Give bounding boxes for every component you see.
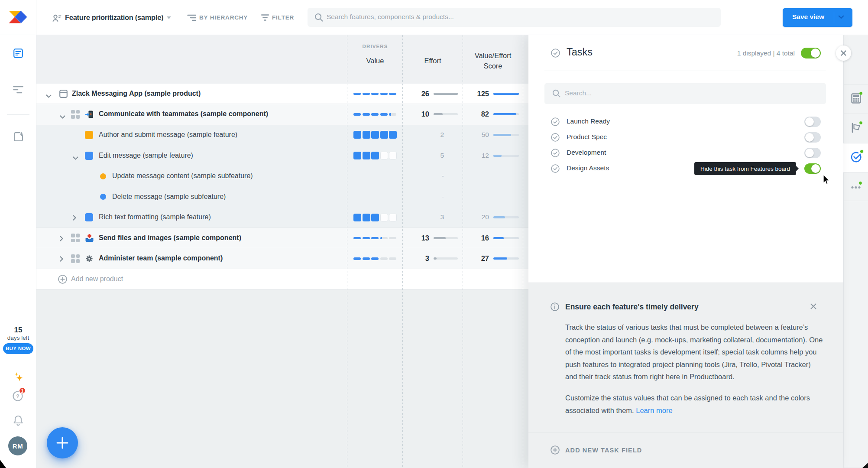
- drag-handle[interactable]: [71, 234, 80, 242]
- learn-more-link[interactable]: Learn more: [636, 406, 672, 414]
- row-label[interactable]: Update message content (sample subfeatur…: [112, 172, 253, 180]
- effort-value[interactable]: 5: [409, 152, 444, 159]
- task-toggle[interactable]: [804, 132, 821, 143]
- panel-close-button[interactable]: [836, 46, 851, 61]
- sidebar-item-features[interactable]: [0, 49, 36, 58]
- notification-dot: [859, 121, 863, 125]
- info-paragraph-2-text: Customize the status values that can be …: [565, 394, 810, 414]
- help-button[interactable]: ? 1: [0, 390, 36, 403]
- table-row-feature[interactable]: Edit message (sample feature)512: [36, 145, 528, 166]
- global-search-input[interactable]: Search features, components & products..…: [308, 8, 721, 27]
- search-placeholder: Search features, components & products..…: [327, 13, 454, 21]
- tab-score-columns[interactable]: [843, 84, 868, 114]
- tab-more[interactable]: [843, 172, 868, 201]
- effort-value[interactable]: -: [409, 193, 444, 201]
- task-toggle[interactable]: [804, 148, 821, 158]
- save-view-caret-icon[interactable]: [838, 15, 844, 19]
- table-row-component[interactable]: Communicate with teammates (sample compo…: [36, 104, 528, 125]
- by-hierarchy-button[interactable]: BY HIERARCHY: [199, 14, 248, 21]
- sidebar-item-insights[interactable]: [0, 131, 36, 142]
- row-label[interactable]: Zlack Messaging App (sample product): [72, 90, 201, 98]
- add-new-product-row[interactable]: Add new product: [36, 269, 528, 290]
- tasks-search-input[interactable]: Search...: [544, 83, 826, 104]
- notification-dot: [858, 181, 862, 185]
- filter-icon: [261, 14, 269, 21]
- chevron-right-icon[interactable]: [60, 256, 63, 262]
- effort-value[interactable]: 3: [409, 213, 444, 221]
- close-icon: [840, 50, 847, 56]
- drag-handle[interactable]: [71, 254, 80, 263]
- task-label[interactable]: Development: [567, 149, 606, 156]
- effort-value[interactable]: -: [409, 172, 444, 180]
- score-value[interactable]: 27: [454, 254, 489, 263]
- row-label[interactable]: Delete message (sample subfeature): [112, 193, 226, 201]
- avatar[interactable]: RM: [8, 436, 27, 455]
- column-header-value[interactable]: Value: [347, 55, 403, 66]
- task-check-icon: [551, 133, 560, 142]
- view-title[interactable]: Feature prioritization (sample): [65, 13, 163, 22]
- task-label[interactable]: Launch Ready: [567, 117, 610, 125]
- add-new-task-field-button[interactable]: ADD NEW TASK FIELD: [565, 447, 642, 454]
- value-driver-cell[interactable]: [353, 257, 396, 260]
- effort-value[interactable]: 26: [395, 90, 429, 98]
- table-row-product[interactable]: Zlack Messaging App (sample product)2612…: [36, 84, 528, 104]
- sidebar-item-roadmap[interactable]: [0, 86, 36, 94]
- info-paragraph-2: Customize the status values that can be …: [565, 392, 823, 416]
- score-value[interactable]: 20: [454, 213, 489, 221]
- chevron-down-icon[interactable]: [60, 115, 65, 119]
- table-row-feature[interactable]: Rich text formatting (sample feature)320: [36, 207, 528, 228]
- value-driver-cell[interactable]: [353, 152, 397, 159]
- chevron-down-icon[interactable]: [73, 156, 78, 160]
- score-value[interactable]: 125: [454, 90, 489, 98]
- table-row-component[interactable]: Administer team (sample component)327: [36, 248, 528, 269]
- features-board: DRIVERS Value Effort Value/EffortScore Z…: [36, 35, 528, 468]
- task-row: Development: [528, 145, 843, 161]
- info-close-icon[interactable]: [810, 303, 817, 310]
- task-toggle[interactable]: [804, 117, 821, 127]
- column-header-score[interactable]: Value/EffortScore: [463, 50, 523, 71]
- chevron-right-icon[interactable]: [60, 236, 63, 241]
- effort-value[interactable]: 13: [395, 234, 429, 242]
- task-toggle[interactable]: [804, 163, 821, 174]
- value-driver-cell[interactable]: [353, 113, 396, 116]
- view-title-caret-icon[interactable]: [167, 16, 171, 19]
- tab-tasks[interactable]: [843, 143, 868, 172]
- drag-handle[interactable]: [71, 110, 80, 119]
- table-row-component[interactable]: Send files and images (sample component)…: [36, 228, 528, 249]
- score-value[interactable]: 82: [454, 110, 489, 118]
- score-value[interactable]: 50: [454, 131, 489, 139]
- column-header-effort[interactable]: Effort: [403, 55, 463, 66]
- effort-value[interactable]: 2: [409, 131, 444, 139]
- task-label[interactable]: Design Assets: [567, 164, 609, 172]
- row-label[interactable]: Author and submit message (sample featur…: [99, 131, 237, 139]
- value-driver-cell[interactable]: [353, 131, 397, 139]
- info-card-title: Ensure each feature's timely delivery: [565, 302, 699, 312]
- chevron-down-icon[interactable]: [46, 94, 52, 98]
- value-driver-cell[interactable]: [353, 93, 396, 95]
- task-label[interactable]: Product Spec: [567, 133, 607, 141]
- effort-value[interactable]: 10: [395, 110, 429, 118]
- chevron-right-icon[interactable]: [73, 215, 76, 221]
- row-label[interactable]: Communicate with teammates (sample compo…: [99, 110, 268, 118]
- notifications-button[interactable]: [0, 415, 36, 426]
- value-driver-cell[interactable]: [353, 214, 397, 221]
- table-row-feature[interactable]: Author and submit message (sample featur…: [36, 125, 528, 146]
- value-driver-cell[interactable]: [353, 237, 396, 240]
- table-row-subfeature[interactable]: Update message content (sample subfeatur…: [36, 166, 528, 187]
- table-row-subfeature[interactable]: Delete message (sample subfeature)-: [36, 186, 528, 207]
- add-button[interactable]: [47, 427, 78, 458]
- tasks-master-toggle[interactable]: [801, 48, 821, 58]
- whats-new-button[interactable]: [0, 371, 36, 382]
- save-view-button[interactable]: Save view: [783, 8, 852, 27]
- tab-releases[interactable]: [843, 114, 868, 143]
- filter-button[interactable]: FILTER: [272, 14, 294, 21]
- score-value[interactable]: 16: [454, 234, 489, 242]
- buy-now-button[interactable]: BUY NOW: [3, 343, 33, 354]
- row-label[interactable]: Send files and images (sample component): [99, 234, 241, 242]
- score-value[interactable]: 12: [454, 152, 489, 159]
- row-label[interactable]: Edit message (sample feature): [99, 152, 193, 159]
- row-label[interactable]: Rich text formatting (sample feature): [99, 213, 211, 221]
- effort-value[interactable]: 3: [395, 254, 429, 263]
- productboard-logo[interactable]: [0, 10, 36, 24]
- row-label[interactable]: Administer team (sample component): [99, 254, 223, 262]
